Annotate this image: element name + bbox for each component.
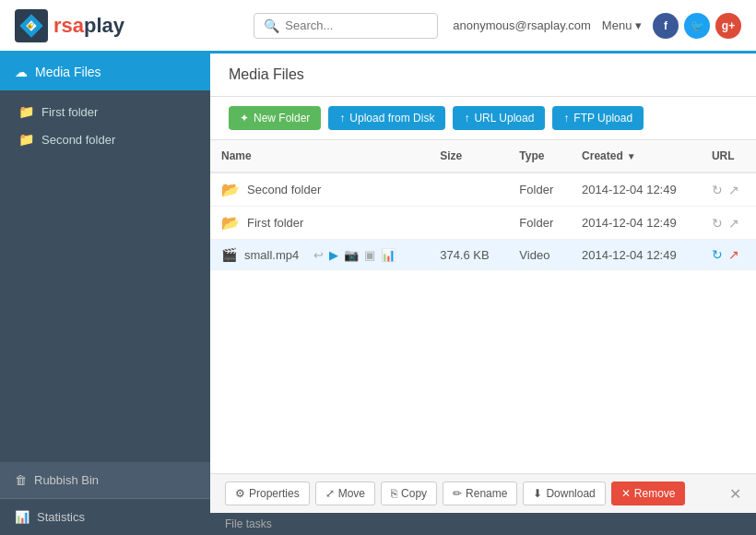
plus-icon: ✦ [240,112,249,125]
refresh-icon[interactable]: ↻ [712,216,723,231]
col-type: Type [508,140,571,172]
file-type: Folder [508,172,571,207]
col-created[interactable]: Created ▼ [571,140,701,172]
ftp-upload-button[interactable]: ↑ FTP Upload [552,106,644,130]
file-size: 374.6 KB [429,240,508,270]
social-icons: f 🐦 g+ [653,13,741,39]
sidebar-item-first-folder[interactable]: 📁 First folder [0,98,210,125]
copy-button[interactable]: ⎘ Copy [381,482,437,505]
file-name[interactable]: Second folder [247,183,321,196]
ftp-upload-label: FTP Upload [573,112,632,125]
trash-icon: 🗑 [15,473,27,487]
search-icon: 🔍 [264,18,279,33]
files-list: Name Size Type Created ▼ [210,140,756,270]
main-layout: ☁ Media Files 📁 First folder 📁 Second fo… [0,54,756,535]
search-input[interactable] [285,18,428,32]
file-created: 2014-12-04 12:49 [571,172,701,207]
file-tasks-bar: File tasks [210,513,756,535]
sidebar-header-label: Media Files [35,65,101,79]
cloud-icon: ☁ [15,65,28,79]
download-button[interactable]: ⬇ Download [523,482,605,505]
refresh-icon[interactable]: ↻ [712,247,723,262]
ftp-upload-icon: ↑ [563,112,569,125]
remove-label: Remove [634,487,676,500]
table-row: 📂 First folder Folder 2014-12-04 12:49 ↻… [210,207,756,240]
file-name[interactable]: small.mp4 [244,248,299,262]
download-label: Download [546,487,595,500]
statistics-section[interactable]: 📊 Statistics [0,498,210,535]
table-row: 📂 Second folder Folder 2014-12-04 12:49 … [210,172,756,207]
rename-button[interactable]: ✏ Rename [443,482,517,505]
col-url: URL [701,140,756,172]
properties-button[interactable]: ⚙ Properties [225,482,310,505]
file-type: Folder [508,207,571,240]
share-icon[interactable]: ↗ [728,183,739,197]
logo-play: play [84,14,124,37]
page-title: Media Files [229,66,304,82]
file-created: 2014-12-04 12:49 [571,207,701,240]
remove-button[interactable]: ✕ Remove [611,482,686,505]
sort-arrow-icon: ▼ [627,151,636,161]
caption-icon[interactable]: ▣ [364,248,375,262]
url-upload-button[interactable]: ↑ URL Upload [453,106,545,130]
file-table: Name Size Type Created ▼ [210,140,756,473]
close-button[interactable]: ✕ [729,485,741,503]
col-name: Name [210,140,429,172]
chart-icon[interactable]: 📊 [381,248,396,262]
upload-from-disk-button[interactable]: ↑ Upload from Disk [328,106,445,130]
sidebar: ☁ Media Files 📁 First folder 📁 Second fo… [0,54,210,535]
file-name-cell: 🎬 small.mp4 ↩ ▶ 📷 ▣ 📊 [210,240,429,270]
sidebar-item-second-folder[interactable]: 📁 Second folder [0,125,210,153]
upload-disk-icon: ↑ [339,112,345,125]
app-header: 🔒 rsaplay 🔍 anonymous@rsaplay.com Menu ▾… [0,0,756,54]
sidebar-item-label: Second folder [41,133,115,147]
facebook-icon[interactable]: f [653,13,679,39]
content-area: Media Files ✦ New Folder ↑ Upload from D… [210,54,756,535]
statistics-label: Statistics [37,510,85,524]
rename-label: Rename [466,487,507,500]
content-header: Media Files [210,54,756,97]
twitter-icon[interactable]: 🐦 [684,13,710,39]
file-name-cell: 📂 Second folder [210,172,429,207]
file-tasks-label: File tasks [225,517,272,530]
logo-diamond-inner: 🔒 [26,20,36,30]
share-icon[interactable]: ↗ [728,247,739,262]
pencil-icon: ✏ [453,487,462,500]
new-folder-label: New Folder [254,112,310,125]
video-file-icon: 🎬 [221,247,237,262]
play-icon[interactable]: ▶ [329,248,338,262]
rubbish-bin-label: Rubbish Bin [34,473,99,487]
gear-icon: ⚙ [235,487,245,500]
new-folder-button[interactable]: ✦ New Folder [229,106,321,130]
file-name-cell: 📂 First folder [210,207,429,240]
share-icon[interactable]: ↗ [728,216,739,231]
file-url-actions: ↻ ↗ [701,172,756,207]
copy-label: Copy [401,487,427,500]
download-icon: ⬇ [533,487,542,500]
file-size [429,172,508,207]
stats-icon: 📊 [15,510,30,524]
move-button[interactable]: ⤢ Move [315,482,375,505]
copy-icon: ⎘ [391,487,397,500]
table-header-row: Name Size Type Created ▼ [210,140,756,172]
move-icon: ⤢ [325,487,335,500]
search-bar: 🔍 [254,13,438,39]
refresh-icon[interactable]: ↻ [712,183,723,197]
file-url-actions: ↻ ↗ [701,240,756,270]
file-created: 2014-12-04 12:49 [571,240,701,270]
rubbish-bin-section[interactable]: 🗑 Rubbish Bin [0,462,210,498]
menu-button[interactable]: Menu ▾ [602,18,642,32]
logo-rsa: rsa [53,14,84,37]
logo-text: rsaplay [53,14,124,38]
googleplus-icon[interactable]: g+ [715,13,741,39]
folder-icon: 📂 [221,181,240,198]
logo: 🔒 rsaplay [15,9,124,42]
file-url-actions: ↻ ↗ [701,207,756,240]
properties-label: Properties [249,487,300,500]
camera-icon[interactable]: 📷 [344,248,359,262]
replay-icon[interactable]: ↩ [313,248,324,262]
folder-icon: 📂 [221,214,240,232]
sidebar-bottom: 🗑 Rubbish Bin 📊 Statistics [0,462,210,535]
file-name[interactable]: First folder [247,216,303,230]
logo-icon: 🔒 [15,9,48,42]
